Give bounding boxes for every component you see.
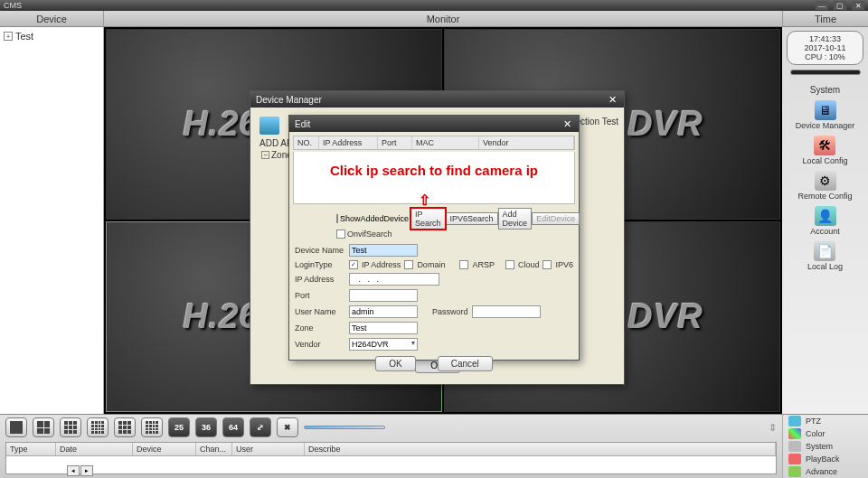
tree-root-item[interactable]: + Test [4,31,99,42]
user-name-input[interactable] [349,305,418,318]
ip-address-label: IP Address [295,275,345,284]
vendor-label: Vendor [295,340,345,349]
edit-title: Edit [295,119,310,129]
login-ip-checkbox[interactable]: ✓ [349,260,358,269]
layout-25-button[interactable]: 25 [168,417,190,437]
port-label: Port [295,291,345,300]
playback-icon [788,454,801,464]
log-col-date[interactable]: Date [56,443,133,455]
status-cpu: CPU : 10% [790,52,860,61]
header-monitor: Monitor [104,11,782,26]
edit-close-button[interactable]: ✕ [561,117,573,130]
collapse-icon[interactable]: − [261,151,269,159]
bottom-right-menu: PTZ Color System PlayBack Advance LogOut [782,415,868,478]
onvif-search-checkbox[interactable] [336,230,345,239]
col-no[interactable]: NO. [294,136,319,149]
menu-ptz[interactable]: PTZ [783,415,868,427]
maximize-button[interactable]: ▢ [834,1,846,10]
add-device-button[interactable]: Add Device [498,208,533,230]
cpu-meter [790,70,861,75]
log-col-user[interactable]: User [232,443,305,455]
pager-prev-button[interactable]: ◂ [67,465,80,476]
advance-icon [788,466,801,477]
arrow-up-icon: ⇧ [419,192,430,209]
log-col-channel[interactable]: Chan... [196,443,232,455]
volume-slider[interactable] [304,426,385,429]
status-clock: 17:41:33 [790,34,860,43]
password-label: Password [432,307,468,316]
ptz-icon [788,416,801,426]
menu-color[interactable]: Color [783,427,868,440]
edit-cancel-button[interactable]: Cancel [438,356,493,371]
col-port[interactable]: Port [378,136,412,149]
edit-device-button[interactable]: EditDevice [532,212,580,225]
device-tree-pane: + Test [0,27,104,414]
stop-all-button[interactable]: ✖ [277,417,298,437]
show-added-checkbox[interactable] [336,214,338,223]
vendor-select[interactable] [349,338,418,351]
device-manager-titlebar[interactable]: Device Manager ✕ [250,91,624,108]
col-ip[interactable]: IP Address [319,136,378,149]
header-time: Time [782,11,868,26]
menu-system[interactable]: System [783,440,868,453]
tool-device-manager[interactable]: 🖥 Device Manager [796,100,855,130]
header-device: Device [0,11,104,26]
ip-search-button[interactable]: IP Search [410,208,446,230]
password-input[interactable] [472,305,541,318]
resize-icon[interactable]: ⇕ [769,422,777,434]
fullscreen-button[interactable]: ⤢ [250,417,271,437]
zone-input[interactable] [349,322,418,334]
instruction-overlay: Click ip search to find camera ip [294,163,574,178]
layout-1x1-button[interactable] [5,417,27,437]
login-domain-checkbox[interactable] [404,260,413,269]
ipv6-search-button[interactable]: IPV6Search [446,212,498,225]
log-col-describe[interactable]: Describe [305,443,776,455]
layout-toolbar: 25 36 64 ⤢ ✖ ⇕ [0,415,782,440]
login-cloud-checkbox[interactable] [505,260,514,269]
ip-address-input[interactable] [349,273,439,286]
monitor-icon: 🖥 [815,100,836,120]
layout-2x2-button[interactable] [33,417,54,437]
log-col-type[interactable]: Type [6,443,56,455]
tool-account[interactable]: 👤 Account [810,206,840,236]
gear-icon: ⚙ [815,171,836,191]
onvif-search-label: OnvifSearch [347,230,392,239]
close-button[interactable]: ✕ [852,1,864,10]
app-title: CMS [4,1,22,10]
tool-local-log[interactable]: 📄 Local Log [807,241,843,271]
menu-playback[interactable]: PlayBack [783,453,868,465]
layout-16-button[interactable] [141,417,163,437]
pager-next-button[interactable]: ▸ [80,465,93,476]
tool-local-config[interactable]: 🛠 Local Config [802,136,847,165]
col-vendor[interactable]: Vendor [479,136,574,149]
layout-8-button[interactable] [87,417,108,437]
device-name-input[interactable] [349,244,418,257]
document-icon: 📄 [814,241,835,261]
tool-remote-config[interactable]: ⚙ Remote Config [797,171,852,201]
login-arsp-checkbox[interactable] [459,260,468,269]
device-name-label: Device Name [295,246,345,255]
minimize-button[interactable]: — [816,1,828,10]
edit-dialog: Edit ✕ NO. IP Address Port MAC Vendor Cl… [288,115,580,361]
column-header-strip: Device Monitor Time [0,11,868,27]
log-table-body [6,456,776,473]
layout-6-button[interactable] [60,417,81,437]
layout-36-button[interactable]: 36 [195,417,217,437]
edit-ok-button[interactable]: OK [375,356,415,371]
layout-9-button[interactable] [114,417,136,437]
edit-titlebar[interactable]: Edit ✕ [289,116,579,132]
status-box: 17:41:33 2017-10-11 CPU : 10% [787,31,863,65]
search-table-body: Click ip search to find camera ip ⇧ [293,152,575,204]
port-input[interactable] [349,289,418,302]
login-ipv6-checkbox[interactable] [542,260,552,269]
col-mac[interactable]: MAC [412,136,479,149]
menu-advance[interactable]: Advance [783,465,868,478]
device-manager-close-button[interactable]: ✕ [606,93,618,106]
log-col-device[interactable]: Device [133,443,196,455]
show-added-label: ShowAddedDevice [340,214,409,223]
layout-64-button[interactable]: 64 [222,417,244,437]
user-icon: 👤 [815,206,836,226]
app-titlebar: CMS — ▢ ✕ [0,0,868,11]
expand-icon[interactable]: + [4,32,13,41]
log-table: Type Date Device Chan... User Describe [5,442,777,474]
